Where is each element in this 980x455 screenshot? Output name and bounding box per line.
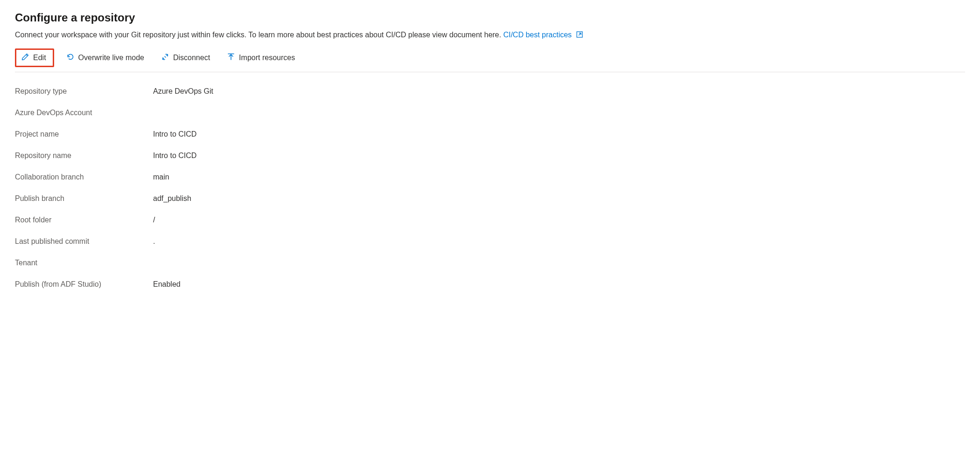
detail-value: main bbox=[153, 173, 169, 181]
detail-value: Intro to CICD bbox=[153, 130, 196, 138]
detail-row-repository-name: Repository name Intro to CICD bbox=[15, 145, 965, 166]
import-label: Import resources bbox=[239, 54, 295, 62]
detail-row-collaboration-branch: Collaboration branch main bbox=[15, 166, 965, 188]
description: Connect your workspace with your Git rep… bbox=[15, 31, 965, 40]
detail-row-tenant: Tenant bbox=[15, 252, 965, 274]
detail-value: . bbox=[153, 237, 155, 246]
detail-label: Repository type bbox=[15, 87, 153, 96]
disconnect-icon bbox=[161, 53, 169, 63]
overwrite-label: Overwrite live mode bbox=[78, 54, 144, 62]
cicd-best-practices-link[interactable]: CI/CD best practices bbox=[503, 31, 583, 39]
repository-details: Repository type Azure DevOps Git Azure D… bbox=[15, 81, 965, 295]
refresh-icon bbox=[66, 53, 75, 63]
detail-label: Publish branch bbox=[15, 194, 153, 203]
detail-label: Last published commit bbox=[15, 237, 153, 246]
pencil-icon bbox=[21, 53, 29, 63]
detail-label: Tenant bbox=[15, 259, 153, 267]
detail-label: Project name bbox=[15, 130, 153, 138]
detail-row-publish-branch: Publish branch adf_publish bbox=[15, 188, 965, 209]
detail-row-project-name: Project name Intro to CICD bbox=[15, 124, 965, 145]
detail-row-publish-from-adf-studio: Publish (from ADF Studio) Enabled bbox=[15, 274, 965, 295]
detail-value: adf_publish bbox=[153, 194, 191, 203]
svg-line-2 bbox=[165, 56, 166, 57]
detail-value: Intro to CICD bbox=[153, 152, 196, 160]
detail-row-root-folder: Root folder / bbox=[15, 209, 965, 231]
detail-value: Azure DevOps Git bbox=[153, 87, 213, 96]
description-text: Connect your workspace with your Git rep… bbox=[15, 31, 503, 39]
toolbar: Edit Overwrite live mode Disconnect bbox=[15, 48, 965, 72]
import-resources-button[interactable]: Import resources bbox=[222, 50, 300, 66]
detail-row-repository-type: Repository type Azure DevOps Git bbox=[15, 81, 965, 102]
detail-label: Root folder bbox=[15, 216, 153, 224]
detail-row-azure-devops-account: Azure DevOps Account bbox=[15, 102, 965, 124]
detail-label: Publish (from ADF Studio) bbox=[15, 280, 153, 289]
overwrite-live-mode-button[interactable]: Overwrite live mode bbox=[62, 50, 149, 66]
disconnect-label: Disconnect bbox=[173, 54, 210, 62]
edit-button[interactable]: Edit bbox=[15, 48, 54, 67]
external-link-icon bbox=[576, 31, 583, 40]
page-title: Configure a repository bbox=[15, 11, 965, 24]
detail-value: Enabled bbox=[153, 280, 181, 289]
detail-label: Azure DevOps Account bbox=[15, 109, 153, 117]
detail-row-last-published-commit: Last published commit . bbox=[15, 231, 965, 252]
detail-label: Collaboration branch bbox=[15, 173, 153, 181]
disconnect-button[interactable]: Disconnect bbox=[156, 50, 215, 66]
detail-value: / bbox=[153, 216, 155, 224]
edit-label: Edit bbox=[33, 54, 46, 62]
link-text: CI/CD best practices bbox=[503, 31, 572, 39]
detail-label: Repository name bbox=[15, 152, 153, 160]
import-icon bbox=[227, 53, 235, 63]
